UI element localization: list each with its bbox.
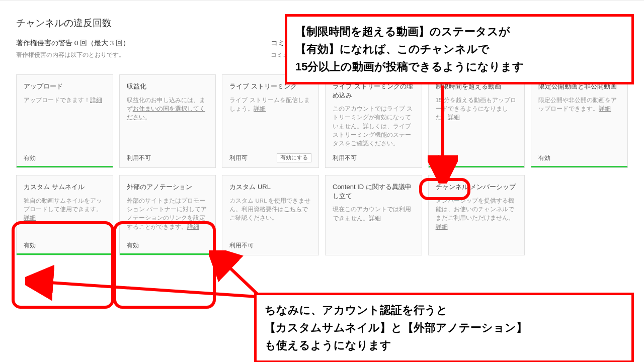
card-footer: 有効: [24, 241, 106, 250]
annotation-bottom-line2: 【カスタムサムネイル】と【外部アノテーション】: [265, 319, 623, 336]
card-desc: 現在このアカウントでは利用できません。詳細: [333, 205, 415, 244]
card-status: 有効: [24, 241, 36, 250]
card-desc-post: 。: [145, 114, 151, 120]
annotation-bottom-line3: も使えるようになります: [265, 336, 623, 354]
copyright-col: 著作権侵害の警告 0 回（最大 3 回） 著作権侵害の内容は以下のとおりです。: [16, 39, 130, 59]
status-bar: [17, 253, 113, 255]
card-footer: 利用不可: [333, 154, 415, 162]
card-title: ライブ ストリーミングの埋め込み: [333, 82, 415, 100]
card-status: 有効: [127, 241, 139, 250]
card-link[interactable]: 詳細: [448, 114, 460, 120]
feature-card: ライブ ストリーミングの埋め込みこのアカウントではライブ ストリーミングが有効に…: [325, 74, 422, 168]
card-link[interactable]: 詳細: [369, 215, 381, 221]
card-footer: 有効: [127, 241, 209, 250]
card-status: 有効: [538, 154, 550, 162]
svg-line-1: [35, 282, 257, 297]
card-desc-pre: 独自の動画サムネイルをアップロードして使用できます。: [24, 198, 102, 212]
card-desc: 収益化のお申し込みには、まずお住まいの国を選択してください。: [127, 96, 209, 148]
card-footer: 有効: [24, 154, 106, 162]
card-desc-pre: メンバーシップを提供する機能は、お使いのチャンネルでまだご利用いただけません。: [436, 198, 514, 221]
feature-card: カスタム サムネイル独自の動画サムネイルをアップロードして使用できます。詳細有効: [16, 175, 113, 255]
enable-button[interactable]: 有効にする: [277, 153, 311, 162]
card-footer: 利用不可: [127, 154, 209, 162]
card-title: カスタム URL: [229, 183, 311, 192]
card-title: カスタム サムネイル: [24, 183, 106, 192]
card-link[interactable]: 詳細: [436, 224, 448, 230]
card-title: チャンネル メンバーシップ: [436, 183, 518, 192]
card-title: Content ID に関する異議申し立て: [333, 183, 415, 200]
card-footer: 有効: [436, 154, 518, 162]
card-desc: ライブ ストリームを配信しましょう。詳細: [229, 96, 311, 148]
feature-card: ライブ ストリーミングライブ ストリームを配信しましょう。詳細利用可有効にする: [222, 74, 319, 168]
annotation-top-line2: 【有効】になれば、このチャンネルで: [295, 40, 623, 58]
status-bar: [531, 166, 627, 167]
feature-card: 制限時間を超える動画15 分を超える動画もアップロードできるようになりました。詳…: [428, 74, 525, 168]
card-link[interactable]: こちら: [284, 206, 302, 212]
annotation-top-line1: 【制限時間を超える動画】のステータスが: [295, 23, 623, 40]
feature-card: 外部のアノテーション外部のサイトまたはプロモーション パートナーに対してアノテー…: [119, 175, 216, 255]
card-status: 利用不可: [333, 154, 357, 162]
copyright-heading: 著作権侵害の警告 0 回（最大 3 回）: [16, 39, 130, 48]
card-status: 利用不可: [229, 241, 254, 250]
annotation-bottom: ちなみに、アカウント認証を行うと 【カスタムサムネイル】と【外部アノテーション】…: [254, 293, 634, 362]
card-footer: 利用不可: [229, 241, 311, 250]
annotation-top-line3: 15分以上の動画が投稿できるようになります: [295, 58, 623, 75]
card-link[interactable]: 詳細: [254, 106, 266, 112]
feature-card: カスタム URLカスタム URL を使用できません。利用資格要件はこちらでご確認…: [222, 175, 319, 255]
card-desc-pre: ライブ ストリームを配信しましょう。: [229, 97, 309, 112]
card-status: 利用不可: [127, 154, 151, 162]
card-link[interactable]: お住まいの国を選択してください: [127, 106, 205, 120]
card-desc: 限定公開や非公開の動画をアップロードできます。詳細: [538, 96, 620, 148]
card-desc: カスタム URL を使用できません。利用資格要件はこちらでご確認ください。: [229, 197, 311, 235]
feature-card: アップロードアップロードできます！詳細有効: [16, 74, 113, 168]
card-title: 収益化: [127, 82, 209, 91]
feature-card: 収益化収益化のお申し込みには、まずお住まいの国を選択してください。利用不可: [119, 74, 216, 168]
card-status: 利用可: [229, 154, 248, 162]
status-bar: [429, 166, 525, 167]
card-link[interactable]: 詳細: [90, 97, 102, 103]
card-desc-pre: アップロードできます！: [24, 97, 90, 103]
card-status: 有効: [436, 154, 448, 162]
status-bar: [17, 166, 113, 167]
status-bar: [120, 253, 216, 255]
card-desc: メンバーシップを提供する機能は、お使いのチャンネルでまだご利用いただけません。詳…: [436, 197, 518, 244]
feature-card: チャンネル メンバーシップメンバーシップを提供する機能は、お使いのチャンネルでま…: [428, 175, 525, 255]
card-title: アップロード: [24, 82, 106, 91]
card-link[interactable]: 詳細: [599, 106, 611, 112]
card-desc: 15 分を超える動画もアップロードできるようになりました。詳細: [436, 96, 518, 148]
card-desc: 独自の動画サムネイルをアップロードして使用できます。詳細: [24, 197, 106, 235]
copyright-sub: 著作権侵害の内容は以下のとおりです。: [16, 51, 130, 59]
card-desc: このアカウントではライブ ストリーミングが有効になっていません。詳しくは、ライブ…: [333, 105, 415, 148]
card-status: 有効: [24, 154, 36, 162]
annotation-top: 【制限時間を超える動画】のステータスが 【有効】になれば、このチャンネルで 15…: [285, 14, 634, 84]
card-desc: アップロードできます！詳細: [24, 96, 106, 148]
card-title: 外部のアノテーション: [127, 183, 209, 192]
annotation-bottom-line1: ちなみに、アカウント認証を行うと: [265, 301, 623, 319]
card-grid-row2: カスタム サムネイル独自の動画サムネイルをアップロードして使用できます。詳細有効…: [16, 175, 628, 255]
feature-card: Content ID に関する異議申し立て現在このアカウントでは利用できません。…: [325, 175, 422, 255]
card-footer: 利用可有効にする: [229, 153, 311, 162]
card-desc-pre: このアカウントではライブ ストリーミングが有効になっていません。詳しくは、ライブ…: [333, 106, 413, 146]
card-footer: 有効: [538, 154, 620, 162]
card-desc: 外部のサイトまたはプロモーション パートナーに対してアノテーションのリンクを設定…: [127, 197, 209, 235]
card-link[interactable]: 詳細: [24, 215, 36, 221]
card-link[interactable]: 詳細: [187, 224, 199, 230]
card-grid-row1: アップロードアップロードできます！詳細有効収益化収益化のお申し込みには、まずお住…: [16, 74, 628, 168]
feature-card: 限定公開動画と非公開動画限定公開や非公開の動画をアップロードできます。詳細有効: [531, 74, 628, 168]
